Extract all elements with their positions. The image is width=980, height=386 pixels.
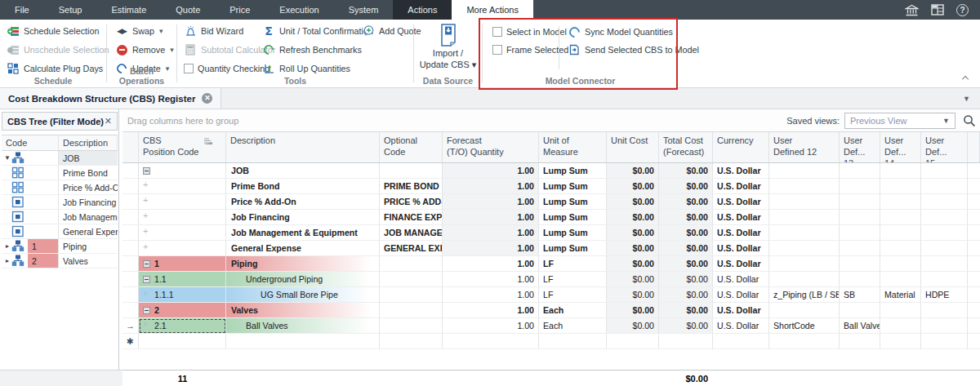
column-header-qty[interactable]: Forecast (T/O) Quantity [443,132,539,162]
column-header-ud15[interactable]: User Def... 15 [921,132,968,162]
collapse-node-icon[interactable] [143,307,150,314]
send-selected-cbs-icon [568,43,581,56]
saved-views-dropdown[interactable]: Previous View ▼ [844,113,956,129]
tree-item-job[interactable]: ▼JOB [2,151,118,166]
tree-item-job-management-[interactable]: Job Management & [2,210,118,224]
menu-tab-setup[interactable]: Setup [44,0,97,20]
help-icon[interactable]: ? [956,4,969,16]
menu-tab-more-actions[interactable]: More Actions [452,0,533,20]
collapse-node-icon[interactable] [143,167,150,175]
column-header-code[interactable]: CBS Position Code [139,132,226,162]
grid-new-row[interactable]: ✱ [122,334,980,349]
cell-user-defined-12 [769,256,840,272]
column-header-ud12[interactable]: User Defined 12 [769,132,840,162]
column-header-desc[interactable]: Description [226,132,380,162]
grid-row-underground-piping[interactable]: 1.1Underground Piping1.00LF$0.00$0.00U.S… [122,272,980,287]
subtotal-calculator-icon [184,43,197,56]
bank-icon[interactable] [904,3,919,16]
column-header-tc[interactable]: Total Cost (Forecast) [659,132,713,162]
sync-model-quantities-button[interactable]: Sync Model Quantities [564,25,702,38]
column-header-uom[interactable]: Unit of Measure [539,132,607,162]
search-button[interactable] [960,112,978,130]
cell-user-defined-13 [840,334,880,349]
grid-row-job-financing[interactable]: Job FinancingFINANCE EXPE...1.00Lump Sum… [122,210,980,225]
cell-user-defined-14 [880,163,921,179]
grid-row-general-expense[interactable]: General ExpenseGENERAL EXPE...1.00Lump S… [122,241,980,256]
tree-item-price-add-on[interactable]: Price % Add-On [2,180,118,195]
menu-tab-execution[interactable]: Execution [265,0,333,20]
menu-tab-price[interactable]: Price [215,0,265,20]
expand-caret-icon[interactable]: ▸ [3,257,11,264]
cell-user-defined-15 [921,318,968,334]
tab-list-dropdown-icon[interactable]: ▼ [963,95,980,103]
expand-caret-icon[interactable]: ▸ [3,242,11,250]
import-update-cbs-icon [438,22,459,47]
menu-tab-estimate[interactable]: Estimate [96,0,161,20]
expand-node-icon[interactable] [143,322,150,330]
cell-optional-code: PRICE % ADD-... [380,194,443,210]
column-header-ud13[interactable]: User Def... 13 [840,132,880,162]
quantity-checking-checkbox[interactable] [184,64,194,73]
tree-column-code[interactable]: Code [2,135,59,150]
calculate-plug-days-button[interactable]: Calculate Plug Days [3,60,112,77]
select-in-model-checkbox-row[interactable]: Select in Model [489,25,572,38]
tree-item-prime-bond[interactable]: Prime Bond [2,166,118,180]
collapse-caret-icon[interactable]: ▼ [3,154,11,162]
grid-row-piping[interactable]: 1Piping1.00LF$0.00$0.00U.S. Dollar [122,256,980,272]
frame-selected-checkbox[interactable] [492,45,502,55]
group-by-hint: Drag columns here to group [127,116,238,126]
grid-row-job-management-equipment[interactable]: Job Management & EquipmentJOB MANAGEM...… [122,225,980,241]
collapse-node-icon[interactable] [143,276,150,283]
cell-description [226,334,380,349]
column-header-ud14[interactable]: User Def... 14 [880,132,921,162]
roll-up-quantities-button[interactable]: Roll Up Quantities [259,60,376,77]
import-update-cbs-button[interactable]: Import / Update CBS ▾ [414,22,482,71]
cell-currency: U.S. Dollar [713,303,769,318]
remove-button[interactable]: Remove ▾ [112,42,177,58]
tree-item-valves[interactable]: ▸2Valves [2,254,118,268]
tree-item-job-financing[interactable]: Job Financing [2,195,118,210]
column-header-uc[interactable]: Unit Cost [607,132,659,162]
import-update-line1: Import / [433,48,463,60]
tree-item-code: ▼ [2,151,59,165]
tab-close-icon[interactable]: ✕ [202,93,212,104]
grid-row-prime-bond[interactable]: Prime BondPRIME BOND1.00Lump Sum$0.00$0.… [122,179,980,194]
new-row-asterisk-icon: ✱ [122,334,139,349]
tree-column-description[interactable]: Description [59,135,118,150]
grid-row-ug-small-bore-pipe[interactable]: 1.1.1UG Small Bore Pipe1.00LF$0.00$0.00U… [122,287,980,303]
collapse-ribbon-button[interactable] [962,74,969,81]
cbs-register-grid: Drag columns here to group Saved views: … [122,109,980,386]
grid-row-price-add-on[interactable]: Price % Add-OnPRICE % ADD-...1.00Lump Su… [122,194,980,210]
schedule-selection-button[interactable]: Schedule Selection [3,23,112,39]
menu-tab-file[interactable]: File [0,0,44,20]
tree-item-piping[interactable]: ▸1Piping [2,239,118,254]
grid-row-valves[interactable]: 2Valves1.00Each$0.00$0.00U.S. Dollar [122,303,980,318]
expand-node-icon[interactable] [143,245,150,252]
unschedule-selection-button[interactable]: Unschedule Selection [3,42,112,58]
column-header-opt[interactable]: Optional Code [380,132,443,162]
frame-selected-checkbox-row[interactable]: Frame Selected [489,43,572,56]
cell-user-defined-13 [840,194,880,210]
expand-node-icon[interactable] [143,229,150,237]
menu-tab-actions[interactable]: Actions [393,0,452,20]
cell-forecast-quantity: 1.00 [443,225,539,241]
select-in-model-checkbox[interactable] [492,27,502,37]
grid-row-ball-valves[interactable]: →2.1Ball Valves1.00Each$0.00$0.00U.S. Do… [122,318,980,334]
column-header-cur[interactable]: Currency [713,132,769,162]
menu-tab-quote[interactable]: Quote [161,0,215,20]
tree-panel-close-icon[interactable]: ✕ [105,116,112,126]
swap-button[interactable]: ◀▶ Swap ▾ [112,23,177,39]
collapse-node-icon[interactable] [143,260,150,268]
table-icon[interactable] [930,3,945,16]
cell-optional-code [380,287,443,303]
expand-node-icon[interactable] [143,183,150,190]
expand-node-icon[interactable] [143,198,150,206]
tab-cbs-register[interactable]: Cost Breakdown Structure (CBS) Register … [0,88,221,109]
expand-node-icon[interactable] [143,214,150,221]
menu-tab-system[interactable]: System [334,0,394,20]
tree-item-general-expense[interactable]: General Expense [2,224,118,239]
refresh-benchmarks-button[interactable]: Refresh Benchmarks [259,42,376,58]
send-selected-cbs-button[interactable]: Send Selected CBS to Model [564,43,702,56]
grid-row-job[interactable]: JOB1.00Lump Sum$0.00$0.00U.S. Dollar [122,163,980,179]
expand-node-icon[interactable] [143,291,150,299]
